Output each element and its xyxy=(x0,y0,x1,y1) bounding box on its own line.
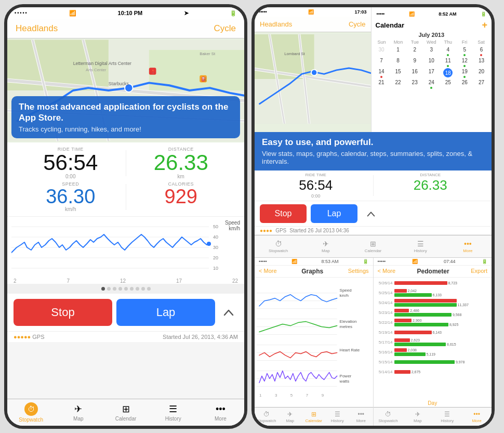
calendar-cell: 27 xyxy=(473,78,489,89)
graphs-tab-more[interactable]: ••• More xyxy=(349,408,373,426)
dot-6 xyxy=(130,287,134,291)
graphs-settings-button[interactable]: Settings xyxy=(348,268,369,275)
svg-text:km/h: km/h xyxy=(340,293,349,298)
pedometer-back-button[interactable]: < More xyxy=(378,268,396,275)
graphs-stopwatch-icon: ⏱ xyxy=(263,411,270,418)
right-tab-map[interactable]: ✈ Map xyxy=(302,235,349,257)
tab-history[interactable]: ☰ History xyxy=(150,399,197,426)
right-nav-headlands: Headlands xyxy=(260,20,292,28)
right-tab-more[interactable]: ••• More xyxy=(444,235,492,257)
bar-red-value: 2,623 xyxy=(411,338,420,342)
right-map-icon: ✈ xyxy=(323,240,329,248)
right-lap-button[interactable]: Lap xyxy=(311,204,357,223)
map-area[interactable]: Letterman Digital Arts Center Arts Cente… xyxy=(7,38,244,142)
pedo-tab-history[interactable]: ☰ History xyxy=(432,408,462,426)
right-cal-time: 8:52 AM xyxy=(439,11,456,17)
right-stopwatch-icon: ⏱ xyxy=(275,240,282,248)
calendar-cell: 7 xyxy=(374,57,390,67)
svg-text:10: 10 xyxy=(213,266,218,271)
bar-red-value: 2,675 xyxy=(412,370,421,374)
right-cal-status: ••••• 📶 8:52 AM 🔋 xyxy=(374,9,490,19)
bar-date-label: 5/26/14 xyxy=(376,281,394,285)
right-gps-dots: ●●●● xyxy=(260,228,272,233)
right-stop-button[interactable]: Stop xyxy=(260,204,307,223)
calendar-cell: 5 xyxy=(457,46,473,56)
right-cal-wifi: 📶 xyxy=(409,11,415,17)
calendar-dot xyxy=(480,54,482,56)
bar-container: 2,675 xyxy=(394,370,490,374)
lap-button[interactable]: Lap xyxy=(116,299,215,326)
pedo-more-label: More xyxy=(472,418,481,423)
calendar-dot xyxy=(447,65,449,67)
ride-time-value: 56:54 xyxy=(16,152,126,174)
tab-stopwatch[interactable]: ⏱ Stopwatch xyxy=(7,399,55,426)
tab-map[interactable]: ✈ Map xyxy=(55,399,102,426)
svg-text:9: 9 xyxy=(322,393,324,398)
chevron-up-button[interactable] xyxy=(219,303,238,322)
calendar-cell: 20 xyxy=(473,68,489,78)
pedometer-tab-bar: ⏱ Stopwatch ✈ Map ☰ History ••• More xyxy=(374,407,492,426)
right-controls: Stop Lap xyxy=(255,201,492,226)
bar-red-row: 2,038 xyxy=(394,348,490,352)
bar-container: 2,0426,133 xyxy=(394,289,490,297)
tab-more[interactable]: ••• More xyxy=(197,399,244,426)
bar-red-row: 2,900 xyxy=(394,319,490,322)
graphs-tab-history[interactable]: ☰ History xyxy=(326,408,350,426)
dot-2 xyxy=(107,287,111,291)
graphs-tab-calendar[interactable]: ⊞ Calendar xyxy=(302,408,326,426)
right-chevron-button[interactable] xyxy=(362,204,380,223)
pedo-tab-more[interactable]: ••• More xyxy=(462,408,492,426)
pedo-tab-stopwatch[interactable]: ⏱ Stopwatch xyxy=(374,408,403,426)
right-phone: ••••• 📶 17:03 Headlands Cycle xyxy=(251,4,495,429)
graphs-tab-stopwatch[interactable]: ⏱ Stopwatch xyxy=(255,408,278,426)
calories-value: 929 xyxy=(126,187,236,206)
bar-red-value: 2,486 xyxy=(410,309,419,312)
stop-button[interactable]: Stop xyxy=(14,299,112,326)
bar-chart-row: 5/22/142,9008,925 xyxy=(376,318,490,326)
calendar-cell: 18 xyxy=(440,68,456,78)
right-map-time: 17:03 xyxy=(354,9,366,15)
bar-date-label: 5/24/14 xyxy=(376,300,394,305)
bar-date-label: 5/23/14 xyxy=(376,310,394,315)
graphs-map-label: Map xyxy=(286,418,294,423)
right-stats-row: RIDE TIME 56:54 0:00 DISTANCE 26.33 xyxy=(255,170,492,201)
right-tab-stopwatch[interactable]: ⏱ Stopwatch xyxy=(255,235,302,257)
tab-stopwatch-label: Stopwatch xyxy=(19,417,43,423)
bar-green-value: 5,119 xyxy=(427,352,436,356)
calendar-dot xyxy=(463,76,466,78)
bar-green xyxy=(394,343,446,346)
calendar-add-button[interactable]: + xyxy=(482,20,487,31)
right-ride-time-label: RIDE TIME xyxy=(259,173,373,177)
ride-time-sub: 0:00 xyxy=(16,174,126,179)
right-callout-sub: View stats, maps, graphs, calendar, step… xyxy=(262,150,484,165)
bar-container: 6,143 xyxy=(394,331,490,334)
graphs-tab-map[interactable]: ✈ Map xyxy=(278,408,302,426)
bar-chart-row: 5/17/142,6238,615 xyxy=(376,338,490,346)
bar-red-row: 2,486 xyxy=(394,309,490,312)
svg-text:40: 40 xyxy=(213,234,218,240)
calendar-dot xyxy=(430,87,432,89)
bar-container: 2,0385,119 xyxy=(394,348,490,356)
right-gps-label: GPS xyxy=(275,228,286,233)
graphs-svg: Speed km/h Elevation metres Heart Rate xyxy=(257,279,371,406)
right-tab-history[interactable]: ☰ History xyxy=(397,235,444,257)
pedometer-export-button[interactable]: Export xyxy=(471,268,487,275)
right-bottom-split: ••••• 📶 8:53 AM 🔋 < More Graphs Settings… xyxy=(255,258,492,426)
pedo-tab-map[interactable]: ✈ Map xyxy=(403,408,432,426)
tab-calendar[interactable]: ⊞ Calendar xyxy=(102,399,149,426)
pedo-stopwatch-label: Stopwatch xyxy=(378,418,397,423)
left-phone: ••••• 📶 10:10 PM ➤ 🔋 Headlands Cycle xyxy=(4,4,247,429)
control-buttons-area: Stop Lap xyxy=(7,294,244,331)
right-map-nav: Headlands Cycle xyxy=(255,17,371,32)
calendar-dot xyxy=(447,54,449,56)
right-tab-calendar[interactable]: ⊞ Calendar xyxy=(349,235,396,257)
graphs-more-label: More xyxy=(356,418,366,423)
calendar-cell: 3 xyxy=(423,46,440,56)
bar-green xyxy=(394,360,455,364)
calendar-cell: 30 xyxy=(374,46,390,56)
stopwatch-icon: ⏱ xyxy=(24,402,38,416)
graphs-back-button[interactable]: < More xyxy=(259,268,277,275)
bar-red xyxy=(394,370,410,374)
svg-text:1: 1 xyxy=(259,393,262,398)
pedo-map-label: Map xyxy=(414,418,422,423)
